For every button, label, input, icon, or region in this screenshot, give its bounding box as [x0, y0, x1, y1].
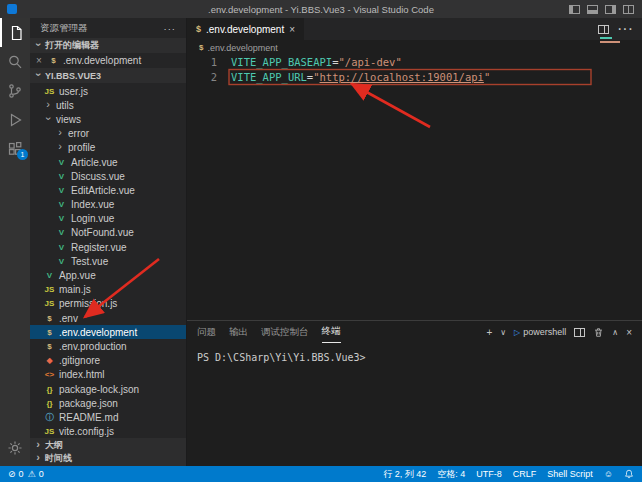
- env-file-icon: $: [44, 314, 55, 323]
- chevron-down-icon: ›: [33, 71, 44, 79]
- tree-item-NotFound.vue[interactable]: VNotFound.vue: [30, 226, 186, 240]
- tree-item-profile[interactable]: ›profile: [30, 141, 186, 155]
- new-terminal-icon[interactable]: +: [486, 327, 492, 338]
- tree-item-views[interactable]: ›views: [30, 112, 186, 126]
- powershell-icon: ▷: [514, 328, 520, 337]
- settings-gear-icon[interactable]: [0, 433, 30, 462]
- panel-tab-终端[interactable]: 终端: [322, 321, 341, 343]
- tab-env-development[interactable]: $ .env.development ×: [187, 18, 304, 40]
- source-control-icon[interactable]: [0, 76, 30, 105]
- more-actions-icon[interactable]: ···: [164, 23, 177, 34]
- vue-file-icon: V: [56, 172, 67, 181]
- panel-tab-问题[interactable]: 问题: [197, 321, 216, 343]
- vue-file-icon: V: [44, 271, 55, 280]
- chevron-down-icon: ›: [43, 114, 54, 122]
- tree-item-Discuss.vue[interactable]: VDiscuss.vue: [30, 169, 186, 183]
- kill-terminal-trash-icon[interactable]: [593, 327, 604, 338]
- bottom-panel: 问题输出调试控制台终端 + ∨ ▷ powershell ∧ × PS D:\C…: [187, 320, 642, 466]
- vue-file-icon: V: [56, 200, 67, 209]
- js-file-icon: JS: [44, 427, 55, 436]
- file-tree: JSuser.js›utils›views›error›profileVArti…: [30, 84, 186, 439]
- chevron-right-icon: ›: [34, 452, 42, 463]
- chevron-down-icon: ›: [33, 41, 44, 49]
- tree-item-Article.vue[interactable]: VArticle.vue: [30, 155, 186, 169]
- tree-item-package-lock.json[interactable]: {}package-lock.json: [30, 382, 186, 396]
- tree-item-.gitignore[interactable]: ◆.gitignore: [30, 354, 186, 368]
- breadcrumb[interactable]: $ .env.development: [187, 40, 642, 55]
- tree-item-package.json[interactable]: {}package.json: [30, 396, 186, 410]
- tree-item-label: Index.vue: [71, 199, 114, 210]
- tree-item-main.js[interactable]: JSmain.js: [30, 283, 186, 297]
- tree-item-label: index.html: [59, 369, 105, 380]
- problems-errors[interactable]: ⊘ 0: [8, 469, 24, 479]
- feedback-smiley-icon[interactable]: ☺: [604, 469, 613, 479]
- eol-sequence[interactable]: CRLF: [513, 469, 537, 479]
- minimap[interactable]: [600, 37, 628, 43]
- close-panel-icon[interactable]: ×: [626, 327, 632, 338]
- code-line-2[interactable]: 2VITE_APP_URL="http://localhost:19001/ap…: [187, 70, 642, 85]
- tree-item-label: Discuss.vue: [71, 171, 125, 182]
- terminal-shell-selector[interactable]: ▷ powershell: [514, 327, 566, 337]
- tree-item-.env.development[interactable]: $.env.development: [30, 325, 186, 339]
- tree-item-vite.config.js[interactable]: JSvite.config.js: [30, 425, 186, 439]
- line-number: 1: [195, 55, 217, 70]
- open-editor-item[interactable]: × $ .env.development: [30, 53, 186, 68]
- extensions-icon[interactable]: 1: [0, 134, 30, 163]
- window-title: .env.development - Yi.BBS.Vue3 - Visual …: [0, 4, 642, 15]
- tree-item-index.html[interactable]: <>index.html: [30, 368, 186, 382]
- terminal-output[interactable]: PS D:\CSharp\Yi\Yi.BBS.Vue3>: [187, 343, 642, 363]
- tree-item-.env[interactable]: $.env: [30, 311, 186, 325]
- indentation[interactable]: 空格: 4: [437, 468, 465, 481]
- search-icon[interactable]: [0, 47, 30, 76]
- close-icon[interactable]: ×: [36, 55, 44, 66]
- tree-item-label: utils: [56, 100, 74, 111]
- tree-item-Index.vue[interactable]: VIndex.vue: [30, 198, 186, 212]
- tree-item-label: Login.vue: [71, 213, 114, 224]
- tree-item-label: EditArticle.vue: [71, 185, 135, 196]
- editor-tab-bar: $ .env.development × ···: [187, 18, 642, 40]
- error-icon: ⊘: [8, 469, 16, 479]
- toggle-panel-icon[interactable]: [587, 5, 598, 14]
- tree-item-Register.vue[interactable]: VRegister.vue: [30, 240, 186, 254]
- panel-tab-输出[interactable]: 输出: [229, 321, 248, 343]
- chevron-right-icon: ›: [44, 99, 52, 110]
- panel-tab-调试控制台[interactable]: 调试控制台: [261, 321, 309, 343]
- tree-item-EditArticle.vue[interactable]: VEditArticle.vue: [30, 183, 186, 197]
- problems-warnings[interactable]: ⚠ 0: [28, 469, 44, 479]
- tree-item-error[interactable]: ›error: [30, 127, 186, 141]
- js-file-icon: JS: [44, 299, 55, 308]
- code-line-1[interactable]: 1VITE_APP_BASEAPI="/api-dev": [187, 55, 642, 70]
- tree-item-permission.js[interactable]: JSpermission.js: [30, 297, 186, 311]
- language-mode[interactable]: Shell Script: [547, 469, 593, 479]
- customize-layout-icon[interactable]: [623, 5, 634, 14]
- vue-file-icon: V: [56, 257, 67, 266]
- maximize-panel-icon[interactable]: ∧: [612, 328, 618, 337]
- panel-tabs: 问题输出调试控制台终端: [197, 321, 354, 343]
- toggle-secondary-sidebar-icon[interactable]: [605, 5, 616, 14]
- terminal-dropdown-icon[interactable]: ∨: [500, 328, 506, 337]
- cursor-position[interactable]: 行 2, 列 42: [383, 468, 426, 481]
- split-editor-icon[interactable]: [598, 25, 609, 34]
- editor-more-actions-icon[interactable]: ···: [617, 20, 633, 38]
- tree-item-utils[interactable]: ›utils: [30, 98, 186, 112]
- timeline-section[interactable]: › 时间线: [30, 451, 186, 466]
- run-debug-icon[interactable]: [0, 105, 30, 134]
- tree-item-README.md[interactable]: ⓘREADME.md: [30, 410, 186, 424]
- tree-item-Test.vue[interactable]: VTest.vue: [30, 254, 186, 268]
- code-area[interactable]: 1VITE_APP_BASEAPI="/api-dev"2VITE_APP_UR…: [187, 55, 642, 320]
- tree-item-user.js[interactable]: JSuser.js: [30, 84, 186, 98]
- project-root-header[interactable]: › YI.BBS.VUE3: [30, 68, 186, 83]
- js-file-icon: JS: [44, 87, 55, 96]
- split-terminal-icon[interactable]: [574, 328, 585, 337]
- tree-item-.env.production[interactable]: $.env.production: [30, 339, 186, 353]
- vue-file-icon: V: [56, 214, 67, 223]
- notifications-bell-icon[interactable]: [624, 469, 634, 479]
- tab-label: .env.development: [206, 24, 284, 35]
- tree-item-App.vue[interactable]: VApp.vue: [30, 268, 186, 282]
- close-tab-icon[interactable]: ×: [289, 24, 295, 35]
- encoding[interactable]: UTF-8: [476, 469, 502, 479]
- tree-item-Login.vue[interactable]: VLogin.vue: [30, 212, 186, 226]
- explorer-icon[interactable]: [0, 18, 30, 47]
- toggle-sidebar-icon[interactable]: [569, 5, 580, 14]
- open-editors-header[interactable]: › 打开的编辑器: [30, 38, 186, 53]
